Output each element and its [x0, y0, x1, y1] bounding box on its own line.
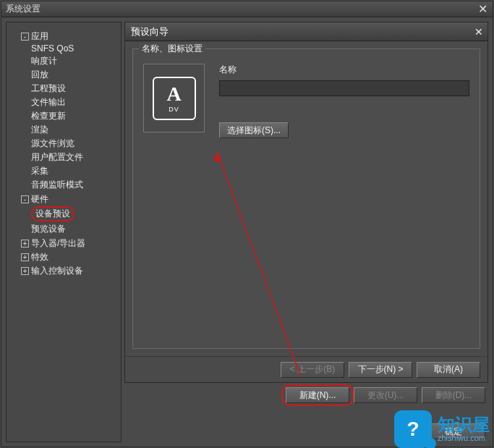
device-preset-highlight: 设备预设	[31, 206, 74, 221]
delete-button: 删除(D)...	[422, 387, 485, 403]
tree-user-config[interactable]: 用户配置文件	[31, 151, 116, 164]
body-area: -应用 SNFS QoS 响度计 回放 工程预设 文件输出 检查更新 渲染 源文…	[1, 17, 493, 447]
right-column: 预设向导 ✕ 名称、图标设置 A DV 名称	[124, 22, 488, 442]
next-button[interactable]: 下一步(N) >	[349, 362, 412, 378]
change-button: 更改(U)...	[354, 387, 417, 403]
ok-button[interactable]: 确定	[422, 423, 485, 439]
window-titlebar: 系统设置 ✕	[1, 1, 493, 17]
ok-row: 确定	[124, 405, 488, 442]
tree-preview-device[interactable]: 预览设备	[31, 222, 116, 236]
new-button[interactable]: 新建(N)...	[286, 387, 349, 403]
tree-snfs-qos[interactable]: SNFS QoS	[31, 43, 116, 54]
tree-app[interactable]: -应用 SNFS QoS 响度计 回放 工程预设 文件输出 检查更新 渲染 源文…	[21, 30, 116, 193]
tree-project-preset[interactable]: 工程预设	[31, 82, 116, 96]
wizard-footer: < 上一步(B) 下一步(N) > 取消(A)	[125, 356, 487, 382]
settings-tree: -应用 SNFS QoS 响度计 回放 工程预设 文件输出 检查更新 渲染 源文…	[11, 30, 116, 278]
plus-icon[interactable]: +	[21, 267, 29, 275]
fields: 名称 选择图标(S)...	[219, 64, 469, 138]
minus-icon[interactable]: -	[21, 33, 29, 41]
tree-render[interactable]: 渲染	[31, 123, 116, 137]
tree-device-preset[interactable]: 设备预设	[31, 206, 116, 222]
tree-playback[interactable]: 回放	[31, 68, 116, 82]
plus-icon[interactable]: +	[21, 253, 29, 261]
system-settings-window: 系统设置 ✕ -应用 SNFS QoS 响度计 回放 工程预设 文件输出 检查更…	[1, 1, 493, 447]
preset-wizard-dialog: 预设向导 ✕ 名称、图标设置 A DV 名称	[124, 22, 488, 383]
minus-icon[interactable]: -	[21, 195, 29, 203]
tree-hardware[interactable]: -硬件 设备预设 预览设备	[21, 193, 116, 237]
tree-effects[interactable]: +特效	[21, 250, 116, 264]
wizard-titlebar: 预设向导 ✕	[125, 22, 487, 41]
new-button-highlight: 新建(N)...	[286, 387, 349, 403]
tree-importer[interactable]: +导入器/导出器	[21, 237, 116, 250]
icon-preview: A DV	[143, 64, 205, 132]
window-title: 系统设置	[6, 3, 41, 15]
tree-loudness[interactable]: 响度计	[31, 54, 116, 68]
wizard-title: 预设向导	[131, 25, 169, 38]
prev-button: < 上一步(B)	[281, 362, 344, 378]
plus-icon[interactable]: +	[21, 240, 29, 248]
name-label: 名称	[219, 64, 469, 76]
cancel-button[interactable]: 取消(A)	[417, 362, 480, 378]
select-icon-button[interactable]: 选择图标(S)...	[219, 122, 289, 138]
tree-input-control[interactable]: +输入控制设备	[21, 264, 116, 278]
wizard-close-icon[interactable]: ✕	[470, 26, 487, 38]
group-label: 名称、图标设置	[139, 43, 205, 55]
preset-icon: A DV	[153, 77, 196, 120]
window-close-icon[interactable]: ✕	[472, 2, 493, 17]
tree-capture[interactable]: 采集	[31, 164, 116, 178]
name-icon-group: 名称、图标设置 A DV 名称 选择图标(S)...	[132, 48, 480, 349]
tree-audio-monitor[interactable]: 音频监听模式	[31, 178, 116, 192]
sidebar: -应用 SNFS QoS 响度计 回放 工程预设 文件输出 检查更新 渲染 源文…	[6, 22, 122, 442]
name-input[interactable]	[219, 80, 469, 96]
preset-toolbar: 新建(N)... 更改(U)... 删除(D)...	[124, 383, 488, 405]
tree-file-output[interactable]: 文件输出	[31, 96, 116, 109]
tree-check-update[interactable]: 检查更新	[31, 109, 116, 123]
tree-source-browse[interactable]: 源文件浏览	[31, 137, 116, 151]
